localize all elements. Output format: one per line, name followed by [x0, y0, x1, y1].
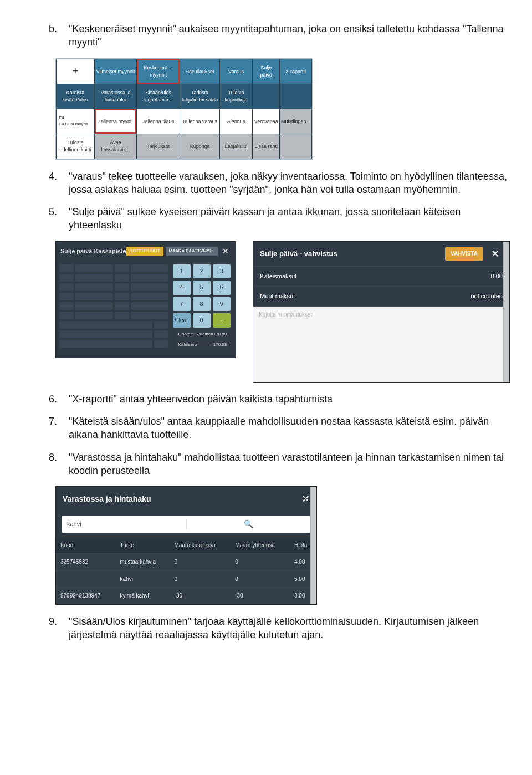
figure-pos-grid: + Viimeiset myynnit Keskeneräi... myynni… [55, 58, 510, 160]
close-icon[interactable]: ✕ [301, 492, 310, 506]
close-icon[interactable]: ✕ [488, 247, 503, 261]
close-day-denominations [59, 264, 168, 355]
pos-btn-cash-inout[interactable]: Käteistä sisään/ulos [57, 84, 95, 109]
pos-btn-print-coupons[interactable]: Tulosta kuponkeja [219, 84, 253, 109]
close-day-keypad: 1 2 3 4 5 6 7 8 9 Clear 0 - [173, 264, 233, 328]
pos-btn-fetch-orders[interactable]: Hae tilaukset [180, 59, 219, 84]
stock-results-table: Koodi Tuote Määrä kaupassa Määrä yhteens… [56, 537, 316, 604]
close-day-title: Sulje päivä Kassapiste [60, 247, 126, 256]
confirm-row-other: Muut maksut not counted [253, 287, 509, 307]
pos-btn-notes[interactable]: Muistiinpan... [279, 109, 311, 134]
keypad-6[interactable]: 6 [213, 281, 231, 295]
col-price: Hinta [290, 537, 316, 554]
pos-btn-add-freight[interactable]: Lisää rahti [253, 134, 279, 159]
col-qty-total: Määrä yhteensä [231, 537, 290, 554]
list-item-8: 8. "Varastossa ja hintahaku" mahdollista… [49, 451, 510, 478]
list-text: "X-raportti" antaa yhteenvedon päivän ka… [69, 392, 332, 406]
col-code: Koodi [56, 537, 116, 554]
keypad-7[interactable]: 7 [173, 297, 191, 312]
list-item-9: 9. "Sisään/Ulos kirjautuminen" tarjoaa k… [49, 615, 510, 642]
stock-search-value: kahvi [62, 520, 186, 528]
confirm-notes-input[interactable]: Kirjoita huomautukset [253, 307, 509, 382]
list-marker: b. [49, 22, 61, 49]
cash-diff-row: Käteisero -170.58 [176, 340, 229, 350]
list-item-b: b. "Keskeneräiset myynnit" aukaisee myyn… [49, 22, 510, 49]
pos-btn-stock-price[interactable]: Varastossa ja hintahaku [95, 84, 137, 109]
confirm-button[interactable]: VAHVISTA [445, 247, 483, 261]
pos-btn-last-sales[interactable]: Viimeiset myynnit [95, 59, 137, 84]
close-day-tab-amount[interactable]: MÄÄRÄ PÄÄTTYMIS... [166, 247, 218, 256]
pos-btn-x-report[interactable]: X-raportti [279, 59, 311, 84]
figure-stock-search: Varastossa ja hintahaku ✕ kahvi 🔍 Koodi … [55, 486, 510, 604]
close-day-tab-actual[interactable]: TOTEUTUNUT [126, 247, 163, 256]
pos-btn-save-reservation[interactable]: Tallenna varaus [180, 109, 219, 134]
col-product: Tuote [116, 537, 170, 554]
list-text: "Käteistä sisään/ulos" antaa kauppiaalle… [69, 415, 510, 442]
keypad-3[interactable]: 3 [213, 264, 231, 279]
keypad-0[interactable]: 0 [193, 313, 211, 328]
keypad-8[interactable]: 8 [193, 297, 211, 312]
pos-btn-gift-receipt[interactable]: Lahjakuitti [219, 134, 253, 159]
list-text: "varaus" tekee tuotteelle varauksen, jok… [69, 170, 510, 197]
stock-title: Varastossa ja hintahaku [63, 494, 151, 504]
pos-btn-taxfree[interactable]: Verovapaa [253, 109, 279, 134]
list-marker: 5. [49, 205, 61, 232]
list-marker: 9. [49, 615, 61, 642]
table-row[interactable]: 325745832 mustaa kahvia 0 0 4.00 [56, 554, 316, 571]
pos-btn-giftcard-balance[interactable]: Tarkista lahjakortin saldo [180, 84, 219, 109]
pos-btn-coupons[interactable]: Kupongit [180, 134, 219, 159]
pos-empty [279, 84, 311, 109]
close-day-panel: Sulje päivä Kassapiste TOTEUTUNUT MÄÄRÄ … [55, 241, 236, 358]
list-item-7: 7. "Käteistä sisään/ulos" antaa kauppiaa… [49, 415, 510, 442]
pos-grid: + Viimeiset myynnit Keskeneräi... myynni… [55, 58, 313, 160]
list-marker: 4. [49, 170, 61, 197]
pos-btn-save-order[interactable]: Tallenna tilaus [137, 109, 180, 134]
stock-search-input[interactable]: kahvi 🔍 [62, 516, 311, 533]
list-item-5: 5. "Sulje päivä" sulkee kyseisen päivän … [49, 205, 510, 232]
keypad-clear[interactable]: Clear [173, 313, 191, 328]
stock-search-panel: Varastossa ja hintahaku ✕ kahvi 🔍 Koodi … [55, 486, 317, 604]
pos-btn-discount[interactable]: Alennus [219, 109, 253, 134]
pos-btn-save-sale[interactable]: Tallenna myynti [95, 109, 137, 134]
pos-btn-new-sale[interactable]: F4F4 Uusi myynti [57, 109, 95, 134]
confirm-row-cash: Käteismaksut 0.00 [253, 267, 509, 287]
keypad-2[interactable]: 2 [193, 264, 211, 279]
keypad-9[interactable]: 9 [213, 297, 231, 312]
pos-btn-offers[interactable]: Tarjoukset [137, 134, 180, 159]
list-marker: 7. [49, 415, 61, 442]
list-text: "Keskeneräiset myynnit" aukaisee myyntit… [69, 22, 510, 49]
pos-btn-close-day[interactable]: Sulje päivä [253, 59, 279, 84]
pos-add-user[interactable]: + [57, 59, 95, 84]
keypad-1[interactable]: 1 [173, 264, 191, 279]
table-row[interactable]: 9799949138947 kylmä kahvi -30 -30 3.00 [56, 588, 316, 604]
list-marker: 8. [49, 451, 61, 478]
pos-btn-reservation[interactable]: Varaus [219, 59, 253, 84]
expected-cash-row: Odotettu käteinen 170.58 [176, 330, 229, 339]
pos-empty [279, 134, 311, 159]
search-icon[interactable]: 🔍 [186, 519, 311, 529]
pos-empty [253, 84, 279, 109]
list-item-6: 6. "X-raportti" antaa yhteenvedon päivän… [49, 392, 510, 406]
col-qty-store: Määrä kaupassa [170, 537, 231, 554]
pos-btn-clock-inout[interactable]: Sisään/ulos kirjautumin... [137, 84, 180, 109]
list-text: "Varastossa ja hintahaku" mahdollistaa t… [69, 451, 510, 478]
keypad-minus[interactable]: - [213, 313, 231, 328]
pos-btn-pending-sales[interactable]: Keskeneräi... myynnit [137, 59, 180, 84]
pos-btn-print-prev-receipt[interactable]: Tulosta edellinen kuitti [57, 134, 95, 159]
close-day-confirm-panel: Sulje päivä - vahvistus VAHVISTA ✕ Kätei… [253, 241, 510, 383]
list-text: "Sisään/Ulos kirjautuminen" tarjoaa käyt… [69, 615, 510, 642]
table-row[interactable]: kahvi 0 0 5.00 [56, 570, 316, 588]
keypad-4[interactable]: 4 [173, 281, 191, 295]
list-text: "Sulje päivä" sulkee kyseisen päivän kas… [69, 205, 510, 232]
keypad-5[interactable]: 5 [193, 281, 211, 295]
confirm-title: Sulje päivä - vahvistus [260, 249, 337, 259]
list-item-4: 4. "varaus" tekee tuotteelle varauksen, … [49, 170, 510, 197]
pos-btn-open-drawer[interactable]: Avaa kassalaatik... [95, 134, 137, 159]
close-icon[interactable]: ✕ [220, 246, 231, 257]
list-marker: 6. [49, 392, 61, 406]
figure-close-day: Sulje päivä Kassapiste TOTEUTUNUT MÄÄRÄ … [55, 241, 510, 383]
